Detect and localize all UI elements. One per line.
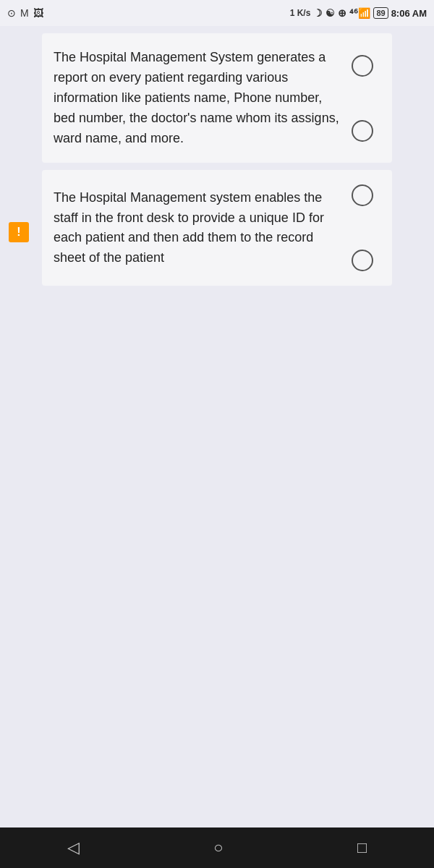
nav-bar: ◁ ○ □	[0, 827, 434, 868]
wifi-icon: ⊕	[338, 7, 346, 19]
quiz-card-1-options	[352, 55, 380, 142]
status-left-icons: ⊙ M 🖼	[7, 7, 43, 19]
image-icon: 🖼	[33, 7, 43, 19]
quiz-card-1-option-a[interactable]	[352, 55, 373, 77]
m-icon: M	[20, 7, 29, 19]
status-bar: ⊙ M 🖼 1 K/s ☽ ☯ ⊕ ⁴⁶📶 89 8:06 AM	[0, 0, 434, 26]
time-display: 8:06 AM	[391, 8, 427, 19]
battery-indicator: 89	[373, 7, 388, 19]
quiz-card-2-option-a[interactable]	[352, 184, 373, 206]
status-right-info: 1 K/s ☽ ☯ ⊕ ⁴⁶📶 89 8:06 AM	[290, 7, 427, 19]
quiz-card-2: The Hospital Management system enables t…	[42, 170, 392, 286]
quiz-card-2-option-b[interactable]	[352, 250, 373, 271]
home-button[interactable]: ○	[199, 833, 237, 863]
card-1-wrapper: The Hospital Management System generates…	[35, 33, 399, 163]
main-content: The Hospital Management System generates…	[0, 26, 434, 827]
recents-button[interactable]: □	[343, 833, 381, 863]
quiz-card-2-text: The Hospital Management system enables t…	[54, 188, 344, 269]
quiz-card-2-options	[352, 184, 380, 271]
moon-icon: ☽	[313, 7, 323, 19]
signal-icon: ⁴⁶📶	[349, 7, 370, 19]
network-speed: 1 K/s	[290, 8, 311, 18]
quiz-card-1: The Hospital Management System generates…	[42, 33, 392, 163]
card-2-wrapper: The Hospital Management system enables t…	[35, 170, 399, 286]
quiz-card-1-option-b[interactable]	[352, 120, 373, 142]
quiz-card-1-text: The Hospital Management System generates…	[54, 48, 344, 148]
back-button[interactable]: ◁	[53, 833, 94, 863]
circle-icon: ⊙	[7, 7, 16, 19]
warning-button[interactable]: !	[9, 222, 29, 242]
settings-icon: ☯	[326, 7, 335, 19]
